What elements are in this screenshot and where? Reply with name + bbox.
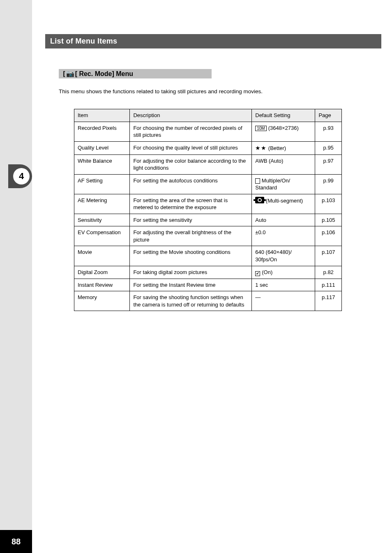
cell-desc: For setting the Movie shooting condition… (130, 246, 252, 266)
cell-page: p.111 (315, 279, 342, 291)
col-page-header: Page (315, 109, 342, 122)
cell-item: Recorded Pixels (74, 122, 130, 141)
table-row: Movie For setting the Movie shooting con… (74, 246, 342, 266)
cell-desc: For adjusting the color balance accordin… (130, 154, 252, 174)
table-row: Sensitivity For setting the sensitivity … (74, 214, 342, 226)
table-row: AE Metering For setting the area of the … (74, 194, 342, 214)
cell-default: (Multi-segment) (252, 194, 315, 214)
af-icon (255, 178, 260, 184)
cell-item: Movie (74, 246, 130, 266)
cell-desc: For setting the Instant Review time (130, 279, 252, 291)
cell-item: AF Setting (74, 174, 130, 194)
left-gutter (0, 0, 32, 553)
cell-default: ✔O (On)(On) (252, 266, 315, 279)
cell-default: ★★ (Better) (252, 141, 315, 154)
checkbox-icon: ✔ (255, 271, 260, 276)
cell-default: Auto (252, 214, 315, 226)
cell-page: p.107 (315, 246, 342, 266)
table-row: Digital Zoom For taking digital zoom pic… (74, 266, 342, 279)
cell-desc: For choosing the quality level of still … (130, 141, 252, 154)
cell-default: 10M10M (3648×2736)(3648×2736) (252, 122, 315, 141)
cell-page: p.82 (315, 266, 342, 279)
subheader-text: [ Rec. Mode] Menu (75, 70, 133, 78)
page-number: 88 (0, 530, 32, 553)
table-row: Recorded Pixels For choosing the number … (74, 122, 342, 141)
table-row: AF Setting For setting the autofocus con… (74, 174, 342, 194)
cell-item: White Balance (74, 154, 130, 174)
table-row: Quality Level For choosing the quality l… (74, 141, 342, 154)
settings-table: Item Description Default Setting Page Re… (74, 109, 342, 311)
cell-item: Quality Level (74, 141, 130, 154)
cell-desc: For taking digital zoom pictures (130, 266, 252, 279)
cell-desc: For adjusting the overall brightness of … (130, 226, 252, 246)
cell-default: AWB (Auto) (252, 154, 315, 174)
cell-page: p.97 (315, 154, 342, 174)
cell-item: Memory (74, 291, 130, 311)
col-item-header: Item (74, 109, 130, 122)
table-row: EV Compensation For adjusting the overal… (74, 226, 342, 246)
cell-page: p.103 (315, 194, 342, 214)
cell-desc: For setting the autofocus conditions (130, 174, 252, 194)
col-default-header: Default Setting (252, 109, 315, 122)
cell-item: EV Compensation (74, 226, 130, 246)
camera-icon: [📷 (62, 70, 74, 78)
page-header: List of Menu Items (45, 34, 381, 48)
cell-desc: For choosing the number of recorded pixe… (130, 122, 252, 141)
section-description: This menu shows the functions related to… (59, 88, 355, 96)
metering-icon (255, 197, 264, 203)
cell-page: p.106 (315, 226, 342, 246)
cell-page: p.99 (315, 174, 342, 194)
table-row: Memory For saving the shooting function … (74, 291, 342, 311)
section-tab: 4 (8, 164, 32, 188)
cell-desc: For saving the shooting function setting… (130, 291, 252, 311)
col-desc-header: Description (130, 109, 252, 122)
cell-page: p.95 (315, 141, 342, 154)
cell-item: Sensitivity (74, 214, 130, 226)
cell-desc: For setting the area of the screen that … (130, 194, 252, 214)
section-tab-number: 4 (13, 168, 30, 184)
cell-page: p.105 (315, 214, 342, 226)
page: 4 88 List of Menu Items [📷 [ Rec. Mode] … (0, 0, 392, 553)
cell-default: ±0.0 (252, 226, 315, 246)
cell-item: AE Metering (74, 194, 130, 214)
cell-page: p.93 (315, 122, 342, 141)
cell-default: — (252, 291, 315, 311)
table-row: Instant Review For setting the Instant R… (74, 279, 342, 291)
cell-default: 1 sec (252, 279, 315, 291)
table-header-row: Item Description Default Setting Page (74, 109, 342, 122)
pixels-icon: 10M (255, 126, 266, 131)
table-row: White Balance For adjusting the color ba… (74, 154, 342, 174)
cell-default: Multiple/On/ Standard (252, 174, 315, 194)
cell-item: Digital Zoom (74, 266, 130, 279)
cell-desc: For setting the sensitivity (130, 214, 252, 226)
cell-default: 640 (640×480)/ 30fps/On (252, 246, 315, 266)
section-subheader: [📷 [ Rec. Mode] Menu (59, 69, 212, 78)
star-icon: ★★ (255, 145, 267, 151)
cell-item: Instant Review (74, 279, 130, 291)
cell-page: p.117 (315, 291, 342, 311)
